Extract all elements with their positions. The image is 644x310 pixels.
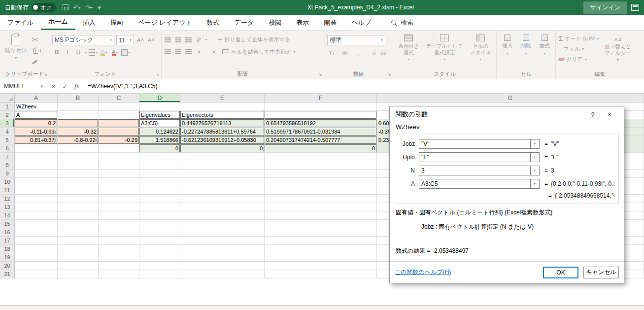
cell-C5[interactable]: -0.29 [99, 136, 139, 144]
cancel-entry-icon[interactable]: × [47, 83, 59, 90]
cell-F11[interactable] [265, 186, 377, 195]
increase-indent-icon[interactable]: ⇥ [208, 47, 217, 56]
row-header-21[interactable]: 21 [0, 270, 15, 278]
cell-B5[interactable]: -0.8-0.92i [58, 136, 99, 144]
row-header-15[interactable]: 15 [0, 220, 15, 228]
cell-F8[interactable] [265, 161, 377, 170]
cell-A9[interactable] [15, 170, 58, 178]
cell-E6[interactable]: 0 [180, 144, 265, 153]
argument-input-n[interactable] [419, 166, 530, 175]
dialog-help-icon[interactable]: ? [584, 111, 601, 118]
cell-C12[interactable] [99, 195, 139, 203]
argument-input-uplo[interactable] [419, 153, 530, 162]
cell-F7[interactable] [265, 153, 377, 161]
cell-B19[interactable] [58, 253, 99, 262]
collapse-dialog-button[interactable]: ↑ [530, 153, 539, 162]
paste-button[interactable]: 貼り付け ▾ [3, 33, 29, 69]
cell-E13[interactable] [180, 203, 265, 211]
cell-A8[interactable] [15, 161, 58, 170]
cell-D18[interactable] [139, 245, 180, 253]
cell-B10[interactable] [58, 178, 99, 186]
column-header-B[interactable]: B [58, 94, 99, 102]
collapse-dialog-button[interactable]: ↑ [530, 166, 539, 175]
cell-A4[interactable]: -0.11-0.93i [15, 128, 58, 136]
cell-B15[interactable] [58, 220, 99, 228]
cell-E12[interactable] [180, 195, 265, 203]
argument-input-jobz[interactable] [419, 139, 530, 148]
enter-entry-icon[interactable]: ✓ [59, 83, 71, 90]
cell-F17[interactable] [265, 237, 377, 245]
cell-D4[interactable]: 0.124622 [139, 128, 180, 136]
cell-C3[interactable] [99, 119, 139, 128]
currency-button[interactable]: ¥▾ [327, 49, 336, 58]
cell-A17[interactable] [15, 237, 58, 245]
cell-E20[interactable] [180, 262, 265, 270]
cell-C1[interactable] [99, 103, 139, 111]
cell-F18[interactable] [265, 245, 377, 253]
font-color-button[interactable]: A▾ [110, 48, 119, 57]
cell-E1[interactable] [180, 103, 265, 111]
undo-icon[interactable]: ↶▾ [73, 4, 81, 11]
cell-E7[interactable] [180, 153, 265, 161]
cell-E17[interactable] [180, 237, 265, 245]
cell-C15[interactable] [99, 220, 139, 228]
column-header-D[interactable]: D [139, 94, 180, 102]
row-header-17[interactable]: 17 [0, 237, 15, 245]
argument-input-a[interactable] [419, 179, 530, 188]
cell-C9[interactable] [99, 170, 139, 178]
redo-icon[interactable]: ↷▾ [85, 4, 93, 11]
cell-A7[interactable] [15, 153, 58, 161]
tab-review[interactable]: 校閲 [261, 15, 289, 30]
borders-button[interactable]: ▾ [89, 48, 98, 57]
cell-C2[interactable] [99, 111, 139, 119]
cell-B16[interactable] [58, 228, 99, 237]
cell-B13[interactable] [58, 203, 99, 211]
cell-C10[interactable] [99, 178, 139, 186]
cell-B7[interactable] [58, 153, 99, 161]
orientation-icon[interactable]: ab [195, 36, 203, 44]
cell-D10[interactable] [139, 178, 180, 186]
cell-E18[interactable] [180, 245, 265, 253]
cell-A20[interactable] [15, 262, 58, 270]
font-size-combo[interactable]: 11 ▾ [116, 35, 134, 45]
cell-B18[interactable] [58, 245, 99, 253]
row-header-4[interactable]: 4 [0, 128, 15, 136]
cell-A12[interactable] [15, 195, 58, 203]
dialog-close-icon[interactable]: × [601, 111, 618, 118]
font-name-combo[interactable]: MS Pゴシック ▾ [52, 35, 114, 45]
dialog-title-bar[interactable]: 関数の引数 ? × [390, 106, 624, 122]
tab-insert[interactable]: 挿入 [75, 15, 103, 30]
cell-A10[interactable] [15, 178, 58, 186]
cell-D13[interactable] [139, 203, 180, 211]
decrease-indent-icon[interactable]: ⇤ [196, 47, 204, 56]
cell-F3[interactable]: 0.654793596518192 [265, 119, 377, 128]
cell-C8[interactable] [99, 161, 139, 170]
align-bottom-icon[interactable] [185, 37, 192, 42]
cell-F9[interactable] [265, 170, 377, 178]
cell-D12[interactable] [139, 195, 180, 203]
format-as-table-button[interactable]: テーブルとして 書式設定 ▾ [424, 33, 465, 69]
cell-F19[interactable] [265, 253, 377, 262]
cell-C19[interactable] [99, 253, 139, 262]
cell-C18[interactable] [99, 245, 139, 253]
row-header-2[interactable]: 2 [0, 111, 15, 119]
cell-C11[interactable] [99, 186, 139, 195]
decrease-decimal-button[interactable]: .00→ [380, 49, 390, 58]
fill-color-button[interactable]: ◇▾ [100, 48, 108, 57]
cell-A16[interactable] [15, 228, 58, 237]
row-header-16[interactable]: 16 [0, 228, 15, 237]
column-header-C[interactable]: C [99, 94, 139, 102]
cell-B2[interactable] [58, 111, 99, 119]
row-header-20[interactable]: 20 [0, 262, 15, 270]
cell-F21[interactable] [265, 270, 377, 278]
cell-E8[interactable] [180, 161, 265, 170]
cell-E10[interactable] [180, 178, 265, 186]
cell-F15[interactable] [265, 220, 377, 228]
decrease-font-button[interactable]: A˅ [147, 36, 156, 45]
cell-C6[interactable] [99, 144, 139, 153]
row-header-18[interactable]: 18 [0, 245, 15, 253]
cell-C13[interactable] [99, 203, 139, 211]
cell-D11[interactable] [139, 186, 180, 195]
cell-B3[interactable] [58, 119, 99, 128]
sign-in-button[interactable]: サインイン [583, 1, 627, 14]
